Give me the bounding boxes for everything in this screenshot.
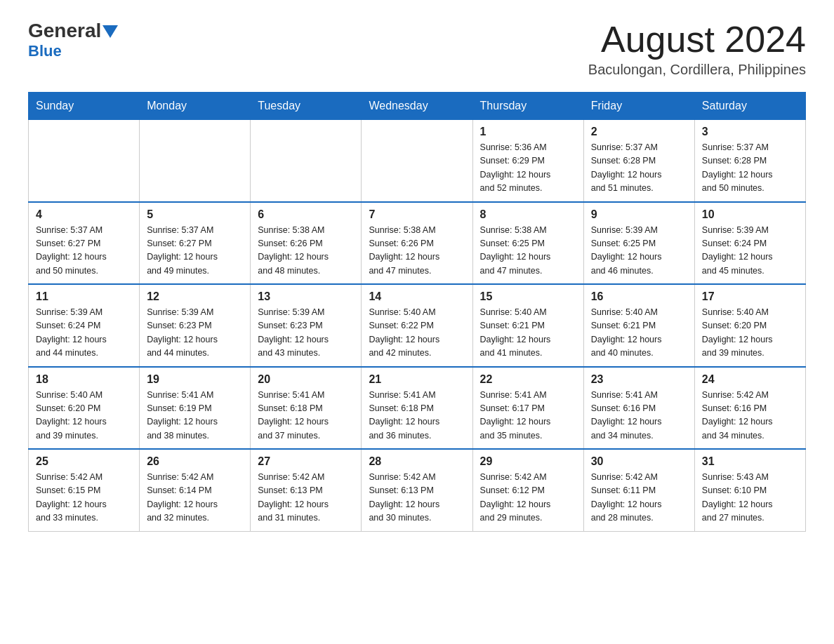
day-info: Sunrise: 5:39 AMSunset: 6:24 PMDaylight:… (36, 306, 132, 361)
calendar-week-row: 11Sunrise: 5:39 AMSunset: 6:24 PMDayligh… (29, 284, 806, 367)
svg-marker-0 (102, 25, 118, 38)
calendar-cell: 30Sunrise: 5:42 AMSunset: 6:11 PMDayligh… (583, 449, 694, 531)
day-info: Sunrise: 5:39 AMSunset: 6:23 PMDaylight:… (147, 306, 243, 361)
day-number: 23 (591, 373, 687, 386)
day-number: 28 (369, 455, 465, 468)
calendar-cell: 3Sunrise: 5:37 AMSunset: 6:28 PMDaylight… (694, 120, 805, 202)
calendar-header-wednesday: Wednesday (362, 93, 472, 120)
calendar-subtitle: Baculongan, Cordillera, Philippines (588, 62, 806, 78)
day-info: Sunrise: 5:41 AMSunset: 6:19 PMDaylight:… (147, 389, 243, 443)
calendar-cell: 15Sunrise: 5:40 AMSunset: 6:21 PMDayligh… (472, 284, 583, 367)
day-info: Sunrise: 5:41 AMSunset: 6:18 PMDaylight:… (369, 389, 465, 443)
calendar-cell (362, 120, 472, 202)
day-info: Sunrise: 5:42 AMSunset: 6:12 PMDaylight:… (480, 471, 576, 525)
calendar-cell: 16Sunrise: 5:40 AMSunset: 6:21 PMDayligh… (583, 284, 694, 367)
day-number: 5 (147, 208, 243, 221)
calendar-cell: 1Sunrise: 5:36 AMSunset: 6:29 PMDaylight… (472, 120, 583, 202)
day-number: 27 (258, 455, 354, 468)
calendar-cell: 13Sunrise: 5:39 AMSunset: 6:23 PMDayligh… (251, 284, 362, 367)
day-number: 3 (702, 126, 798, 138)
calendar-cell: 4Sunrise: 5:37 AMSunset: 6:27 PMDaylight… (29, 202, 140, 285)
day-number: 4 (36, 208, 132, 221)
day-number: 12 (147, 290, 243, 303)
calendar-table: SundayMondayTuesdayWednesdayThursdayFrid… (28, 92, 806, 532)
day-number: 18 (36, 373, 132, 386)
day-number: 10 (702, 208, 798, 221)
day-info: Sunrise: 5:40 AMSunset: 6:20 PMDaylight:… (702, 306, 798, 361)
day-info: Sunrise: 5:37 AMSunset: 6:27 PMDaylight:… (36, 224, 132, 279)
calendar-cell: 9Sunrise: 5:39 AMSunset: 6:25 PMDaylight… (583, 202, 694, 285)
calendar-cell: 21Sunrise: 5:41 AMSunset: 6:18 PMDayligh… (362, 367, 472, 450)
day-info: Sunrise: 5:42 AMSunset: 6:15 PMDaylight:… (36, 471, 132, 525)
calendar-header-thursday: Thursday (472, 93, 583, 120)
day-info: Sunrise: 5:37 AMSunset: 6:27 PMDaylight:… (147, 224, 243, 279)
logo-triangle-icon (102, 25, 118, 38)
day-number: 17 (702, 290, 798, 303)
day-info: Sunrise: 5:42 AMSunset: 6:13 PMDaylight:… (369, 471, 465, 525)
calendar-cell: 11Sunrise: 5:39 AMSunset: 6:24 PMDayligh… (29, 284, 140, 367)
calendar-cell (251, 120, 362, 202)
calendar-title: August 2024 (588, 21, 806, 58)
day-number: 22 (480, 373, 576, 386)
day-number: 15 (480, 290, 576, 303)
calendar-week-row: 18Sunrise: 5:40 AMSunset: 6:20 PMDayligh… (29, 367, 806, 450)
day-info: Sunrise: 5:39 AMSunset: 6:24 PMDaylight:… (702, 224, 798, 279)
day-number: 2 (591, 126, 687, 138)
calendar-cell: 6Sunrise: 5:38 AMSunset: 6:26 PMDaylight… (251, 202, 362, 285)
day-info: Sunrise: 5:39 AMSunset: 6:25 PMDaylight:… (591, 224, 687, 279)
calendar-cell: 28Sunrise: 5:42 AMSunset: 6:13 PMDayligh… (362, 449, 472, 531)
calendar-cell: 31Sunrise: 5:43 AMSunset: 6:10 PMDayligh… (694, 449, 805, 531)
calendar-header-row: SundayMondayTuesdayWednesdayThursdayFrid… (29, 93, 806, 120)
day-info: Sunrise: 5:36 AMSunset: 6:29 PMDaylight:… (480, 141, 576, 196)
day-info: Sunrise: 5:38 AMSunset: 6:25 PMDaylight:… (480, 224, 576, 279)
day-info: Sunrise: 5:40 AMSunset: 6:20 PMDaylight:… (36, 389, 132, 443)
day-number: 25 (36, 455, 132, 468)
calendar-header-saturday: Saturday (694, 93, 805, 120)
calendar-cell: 10Sunrise: 5:39 AMSunset: 6:24 PMDayligh… (694, 202, 805, 285)
calendar-cell: 24Sunrise: 5:42 AMSunset: 6:16 PMDayligh… (694, 367, 805, 450)
day-number: 29 (480, 455, 576, 468)
day-number: 8 (480, 208, 576, 221)
calendar-header-sunday: Sunday (29, 93, 140, 120)
day-number: 11 (36, 290, 132, 303)
day-number: 31 (702, 455, 798, 468)
calendar-week-row: 25Sunrise: 5:42 AMSunset: 6:15 PMDayligh… (29, 449, 806, 531)
calendar-cell (29, 120, 140, 202)
day-number: 26 (147, 455, 243, 468)
day-info: Sunrise: 5:42 AMSunset: 6:14 PMDaylight:… (147, 471, 243, 525)
calendar-cell: 8Sunrise: 5:38 AMSunset: 6:25 PMDaylight… (472, 202, 583, 285)
day-number: 9 (591, 208, 687, 221)
calendar-week-row: 4Sunrise: 5:37 AMSunset: 6:27 PMDaylight… (29, 202, 806, 285)
day-number: 16 (591, 290, 687, 303)
day-number: 7 (369, 208, 465, 221)
calendar-cell: 5Sunrise: 5:37 AMSunset: 6:27 PMDaylight… (140, 202, 251, 285)
calendar-header-friday: Friday (583, 93, 694, 120)
day-info: Sunrise: 5:42 AMSunset: 6:16 PMDaylight:… (702, 389, 798, 443)
day-number: 19 (147, 373, 243, 386)
day-info: Sunrise: 5:38 AMSunset: 6:26 PMDaylight:… (258, 224, 354, 279)
logo-text-blue: Blue (28, 42, 62, 60)
day-number: 24 (702, 373, 798, 386)
day-number: 6 (258, 208, 354, 221)
calendar-cell: 12Sunrise: 5:39 AMSunset: 6:23 PMDayligh… (140, 284, 251, 367)
day-info: Sunrise: 5:38 AMSunset: 6:26 PMDaylight:… (369, 224, 465, 279)
calendar-header-tuesday: Tuesday (251, 93, 362, 120)
day-number: 20 (258, 373, 354, 386)
calendar-cell: 19Sunrise: 5:41 AMSunset: 6:19 PMDayligh… (140, 367, 251, 450)
day-info: Sunrise: 5:37 AMSunset: 6:28 PMDaylight:… (702, 141, 798, 196)
day-number: 1 (480, 126, 576, 138)
title-block: August 2024 Baculongan, Cordillera, Phil… (588, 21, 806, 78)
day-number: 30 (591, 455, 687, 468)
calendar-cell: 2Sunrise: 5:37 AMSunset: 6:28 PMDaylight… (583, 120, 694, 202)
calendar-header-monday: Monday (140, 93, 251, 120)
calendar-cell: 20Sunrise: 5:41 AMSunset: 6:18 PMDayligh… (251, 367, 362, 450)
day-info: Sunrise: 5:42 AMSunset: 6:11 PMDaylight:… (591, 471, 687, 525)
calendar-cell: 18Sunrise: 5:40 AMSunset: 6:20 PMDayligh… (29, 367, 140, 450)
day-info: Sunrise: 5:41 AMSunset: 6:16 PMDaylight:… (591, 389, 687, 443)
logo-text-general: General (28, 21, 101, 41)
day-info: Sunrise: 5:40 AMSunset: 6:21 PMDaylight:… (591, 306, 687, 361)
logo: General Blue (28, 21, 118, 60)
day-info: Sunrise: 5:43 AMSunset: 6:10 PMDaylight:… (702, 471, 798, 525)
day-info: Sunrise: 5:41 AMSunset: 6:17 PMDaylight:… (480, 389, 576, 443)
day-info: Sunrise: 5:39 AMSunset: 6:23 PMDaylight:… (258, 306, 354, 361)
